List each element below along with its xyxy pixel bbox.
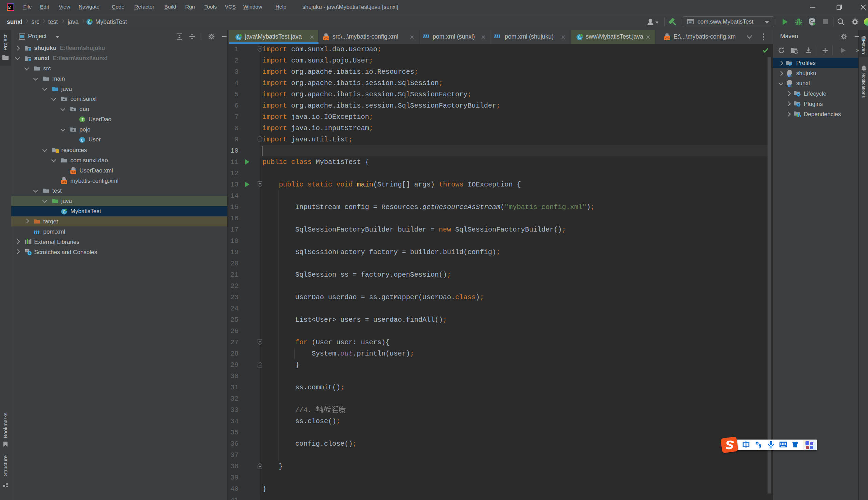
svg-text:<>: <> <box>324 36 329 41</box>
svg-text:<>: <> <box>665 36 670 41</box>
svg-text:m: m <box>788 73 792 77</box>
svg-text:m: m <box>788 83 792 87</box>
svg-text:<>: <> <box>71 170 76 174</box>
svg-text:C: C <box>81 138 84 143</box>
svg-text:I: I <box>81 117 84 123</box>
svg-text:<>: <> <box>62 180 67 184</box>
svg-text:IJ: IJ <box>9 5 11 8</box>
